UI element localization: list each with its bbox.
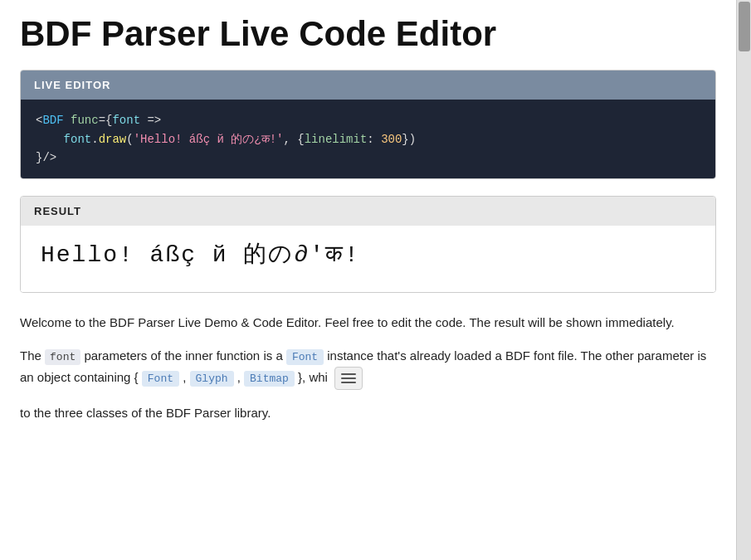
rendered-output: Hello! áßç й 的の∂'क!	[41, 241, 695, 270]
description-para3: to the three classes of the BDF Parser l…	[20, 403, 716, 423]
result-header: RESULT	[21, 197, 715, 226]
live-editor-panel: LIVE EDITOR <BDF func={font => font.draw…	[20, 70, 716, 179]
inline-code-font: font	[45, 349, 80, 365]
inline-code-Bitmap: Bitmap	[244, 371, 295, 387]
description-para1: Welcome to the BDF Parser Live Demo & Co…	[20, 313, 716, 333]
code-editor[interactable]: <BDF func={font => font.draw('Hello! áßç…	[21, 100, 715, 178]
inline-code-Glyph: Glyph	[190, 371, 234, 387]
code-line-2: font.draw('Hello! áßç й 的の¿क!', {linelim…	[36, 130, 700, 149]
main-content: BDF Parser Live Code Editor LIVE EDITOR …	[0, 0, 736, 456]
code-line-3: }/>	[36, 149, 700, 167]
hamburger-icon	[341, 373, 356, 383]
scrollbar-thumb[interactable]	[739, 2, 750, 51]
result-body: Hello! áßç й 的の∂'क!	[21, 226, 715, 292]
inline-code-Font: Font	[286, 349, 324, 365]
live-editor-header: LIVE EDITOR	[21, 71, 715, 100]
scrollbar[interactable]	[736, 0, 751, 560]
result-panel: RESULT Hello! áßç й 的の∂'क!	[20, 196, 716, 293]
inline-code-Font2: Font	[142, 371, 179, 387]
code-line-1: <BDF func={font =>	[36, 111, 700, 129]
description-para2: The font parameters of the inner functio…	[20, 346, 716, 390]
page-title: BDF Parser Live Code Editor	[20, 15, 716, 53]
page-wrapper: BDF Parser Live Code Editor LIVE EDITOR …	[0, 0, 751, 560]
hamburger-button[interactable]	[334, 367, 363, 390]
